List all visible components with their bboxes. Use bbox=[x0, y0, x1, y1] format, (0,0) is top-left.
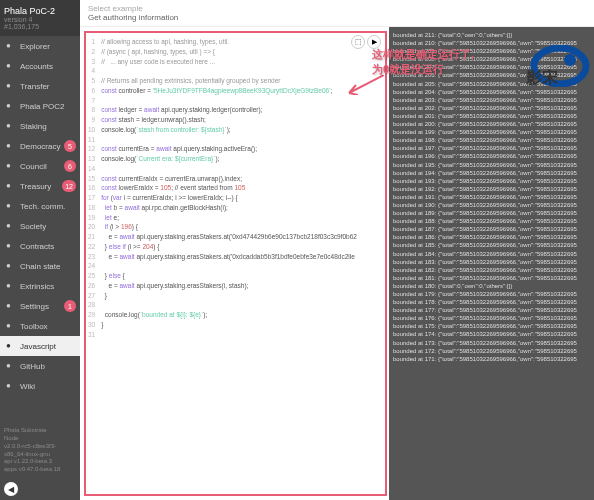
console-line: bounded at 190: {"total":"59851032269596… bbox=[393, 201, 590, 209]
sidebar-item-toolbox[interactable]: ●Toolbox bbox=[0, 316, 80, 336]
sidebar-item-treasury[interactable]: ●Treasury12 bbox=[0, 176, 80, 196]
sidebar-item-tech-comm-[interactable]: ●Tech. comm. bbox=[0, 196, 80, 216]
console-line: bounded at 175: {"total":"59851032269596… bbox=[393, 322, 590, 330]
console-line: bounded at 174: {"total":"59851032269596… bbox=[393, 330, 590, 338]
sliders-icon: ● bbox=[6, 281, 16, 291]
building-icon: ● bbox=[6, 161, 16, 171]
sidebar-item-phala-poc2[interactable]: ●Phala POC2 bbox=[0, 96, 80, 116]
console-line: bounded at 179: {"total":"59851032269596… bbox=[393, 290, 590, 298]
app-title: Phala PoC-2 bbox=[4, 6, 76, 16]
hand-icon: ● bbox=[6, 221, 16, 231]
database-icon: ● bbox=[6, 261, 16, 271]
console-line: bounded at 173: {"total":"59851032269596… bbox=[393, 339, 590, 347]
console-line: bounded at 196: {"total":"59851032269596… bbox=[393, 152, 590, 160]
search-icon: ● bbox=[6, 41, 16, 51]
console-line: bounded at 203: {"total":"59851032269596… bbox=[393, 96, 590, 104]
console-line: bounded at 193: {"total":"59851032269596… bbox=[393, 177, 590, 185]
sidebar-item-label: Council bbox=[20, 162, 47, 171]
console-line: bounded at 188: {"total":"59851032269596… bbox=[393, 217, 590, 225]
sidebar-footer: Phala SubstrateNodev2.0.0-rc5-c8ee3f3-x8… bbox=[0, 423, 80, 478]
sidebar-item-label: Democracy bbox=[20, 142, 60, 151]
svg-text:影宋: 影宋 bbox=[525, 68, 558, 86]
sidebar-item-democracy[interactable]: ●Democracy5 bbox=[0, 136, 80, 156]
sidebar-item-label: GitHub bbox=[20, 362, 45, 371]
console-line: bounded at 186: {"total":"59851032269596… bbox=[393, 233, 590, 241]
sidebar-item-label: Wiki bbox=[20, 382, 35, 391]
sidebar-header[interactable]: Phala PoC-2 version 4 #1,036,175 bbox=[0, 0, 80, 36]
gem-icon: ● bbox=[6, 181, 16, 191]
svg-point-1 bbox=[564, 54, 576, 66]
badge: 6 bbox=[64, 160, 76, 172]
wrench-icon: ● bbox=[6, 321, 16, 331]
watermark-logo: 影宋 bbox=[518, 45, 590, 87]
badge: 1 bbox=[64, 300, 76, 312]
code-editor[interactable]: ⬚ ▶ 123456789101112131415161718192021222… bbox=[84, 31, 387, 496]
exchange-icon: ● bbox=[6, 81, 16, 91]
annotation-arrow bbox=[344, 75, 384, 95]
save-button[interactable]: ⬚ bbox=[351, 35, 365, 49]
sidebar-item-explorer[interactable]: ●Explorer bbox=[0, 36, 80, 56]
console-line: bounded at 171: {"total":"59851032269596… bbox=[393, 355, 590, 363]
console-line: bounded at 181: {"total":"59851032269596… bbox=[393, 274, 590, 282]
sidebar-item-staking[interactable]: ●Staking bbox=[0, 116, 80, 136]
console-line: bounded at 184: {"total":"59851032269596… bbox=[393, 250, 590, 258]
console-line: bounded at 211: {"total":0,"own":0,"othe… bbox=[393, 31, 590, 39]
users-icon: ● bbox=[6, 61, 16, 71]
console-line: bounded at 191: {"total":"59851032269596… bbox=[393, 193, 590, 201]
sidebar-item-settings[interactable]: ●Settings1 bbox=[0, 296, 80, 316]
code-icon: ● bbox=[6, 341, 16, 351]
console-line: bounded at 189: {"total":"59851032269596… bbox=[393, 209, 590, 217]
github-icon: ● bbox=[6, 361, 16, 371]
console-line: bounded at 194: {"total":"59851032269596… bbox=[393, 169, 590, 177]
circle-icon: ● bbox=[6, 101, 16, 111]
file-icon: ● bbox=[6, 241, 16, 251]
badge: 12 bbox=[62, 180, 76, 192]
sidebar-item-council[interactable]: ●Council6 bbox=[0, 156, 80, 176]
sidebar-item-label: Phala POC2 bbox=[20, 102, 64, 111]
sidebar-item-javascript[interactable]: ●Javascript bbox=[0, 336, 80, 356]
console-line: bounded at 200: {"total":"59851032269596… bbox=[393, 120, 590, 128]
sidebar-item-society[interactable]: ●Society bbox=[0, 216, 80, 236]
console-line: bounded at 180: {"total":0,"own":0,"othe… bbox=[393, 282, 590, 290]
sidebar-item-label: Transfer bbox=[20, 82, 50, 91]
sidebar-item-accounts[interactable]: ●Accounts bbox=[0, 56, 80, 76]
console-line: bounded at 201: {"total":"59851032269596… bbox=[393, 112, 590, 120]
console-line: bounded at 182: {"total":"59851032269596… bbox=[393, 266, 590, 274]
line-gutter: 1234567891011121314151617181920212223242… bbox=[88, 37, 101, 339]
console-line: bounded at 197: {"total":"59851032269596… bbox=[393, 144, 590, 152]
sidebar-item-label: Settings bbox=[20, 302, 49, 311]
sidebar-item-label: Contracts bbox=[20, 242, 54, 251]
topbar: Select example Get authoring information bbox=[80, 0, 594, 27]
console-line: bounded at 178: {"total":"59851032269596… bbox=[393, 298, 590, 306]
block-number: #1,036,175 bbox=[4, 23, 76, 30]
console-line: bounded at 176: {"total":"59851032269596… bbox=[393, 314, 590, 322]
sidebar-item-label: Accounts bbox=[20, 62, 53, 71]
sidebar-item-github[interactable]: ●GitHub bbox=[0, 356, 80, 376]
sidebar-item-transfer[interactable]: ●Transfer bbox=[0, 76, 80, 96]
console-output[interactable]: bounded at 211: {"total":0,"own":0,"othe… bbox=[389, 27, 594, 500]
console-line: bounded at 202: {"total":"59851032269596… bbox=[393, 104, 590, 112]
console-line: bounded at 185: {"total":"59851032269596… bbox=[393, 241, 590, 249]
sidebar-item-label: Extrinsics bbox=[20, 282, 54, 291]
sidebar-item-chain-state[interactable]: ●Chain state bbox=[0, 256, 80, 276]
console-line: bounded at 177: {"total":"59851032269596… bbox=[393, 306, 590, 314]
sidebar-item-label: Staking bbox=[20, 122, 47, 131]
sidebar-item-contracts[interactable]: ●Contracts bbox=[0, 236, 80, 256]
annotation-text: 这样就是确定运行了, 为0就是没运行 bbox=[372, 47, 474, 77]
sidebar-item-extrinsics[interactable]: ●Extrinsics bbox=[0, 276, 80, 296]
badge: 5 bbox=[64, 140, 76, 152]
sidebar-item-label: Treasury bbox=[20, 182, 51, 191]
console-line: bounded at 204: {"total":"59851032269596… bbox=[393, 88, 590, 96]
book-icon: ● bbox=[6, 381, 16, 391]
sidebar: Phala PoC-2 version 4 #1,036,175 ●Explor… bbox=[0, 0, 80, 500]
sidebar-item-label: Explorer bbox=[20, 42, 50, 51]
console-line: bounded at 199: {"total":"59851032269596… bbox=[393, 128, 590, 136]
sidebar-item-wiki[interactable]: ●Wiki bbox=[0, 376, 80, 396]
console-line: bounded at 195: {"total":"59851032269596… bbox=[393, 161, 590, 169]
console-line: bounded at 198: {"total":"59851032269596… bbox=[393, 136, 590, 144]
console-line: bounded at 172: {"total":"59851032269596… bbox=[393, 347, 590, 355]
sidebar-item-label: Toolbox bbox=[20, 322, 48, 331]
collapse-button[interactable]: ◀ bbox=[4, 482, 18, 496]
microchip-icon: ● bbox=[6, 201, 16, 211]
code-lines[interactable]: // allowing access to api, hashing, type… bbox=[101, 37, 383, 339]
